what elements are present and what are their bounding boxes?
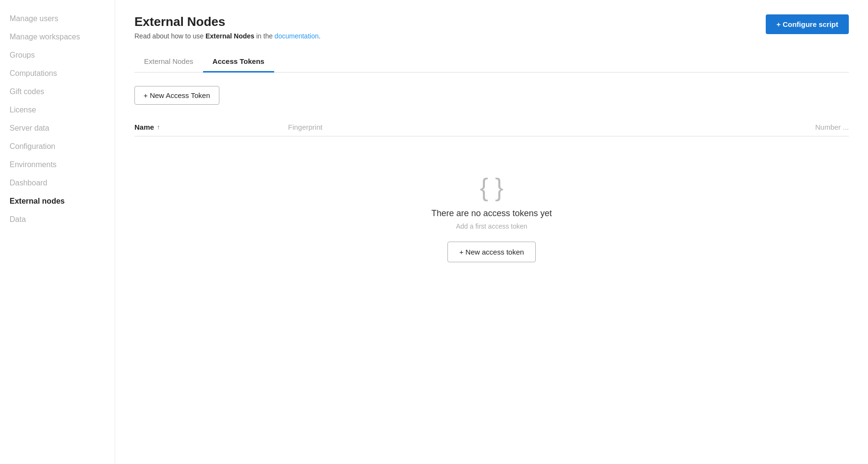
tab-external-nodes[interactable]: External Nodes [134, 51, 203, 73]
subtitle-middle: in the [254, 32, 275, 40]
sidebar-item-environments[interactable]: Environments [0, 156, 115, 174]
sidebar-item-external-nodes[interactable]: External nodes [0, 192, 115, 210]
column-name-label: Name [134, 123, 154, 131]
documentation-link[interactable]: documentation [275, 32, 319, 40]
empty-state-title: There are no access tokens yet [431, 208, 552, 219]
sidebar-item-server-data[interactable]: Server data [0, 119, 115, 137]
sidebar-item-gift-codes[interactable]: Gift codes [0, 83, 115, 101]
sidebar-item-manage-users[interactable]: Manage users [0, 10, 115, 28]
sidebar-item-computations[interactable]: Computations [0, 64, 115, 83]
page-header: External Nodes Read about how to use Ext… [134, 14, 321, 40]
empty-state-icon: { } [480, 175, 503, 200]
empty-state-subtitle: Add a first access token [456, 222, 528, 230]
sidebar-item-manage-workspaces[interactable]: Manage workspaces [0, 28, 115, 46]
tab-access-tokens[interactable]: Access Tokens [203, 51, 274, 73]
subtitle-bold: External Nodes [205, 32, 254, 40]
column-fingerprint: Fingerprint [288, 123, 753, 131]
configure-script-button[interactable]: + Configure script [766, 14, 849, 34]
sidebar-item-groups[interactable]: Groups [0, 46, 115, 64]
column-number-label: Number ... [815, 123, 849, 131]
column-number: Number ... [753, 123, 849, 131]
sidebar-item-configuration[interactable]: Configuration [0, 137, 115, 156]
table-header: Name ↑ Fingerprint Number ... [134, 118, 849, 136]
main-content: External Nodes Read about how to use Ext… [115, 0, 868, 464]
page-title: External Nodes [134, 14, 321, 29]
sort-arrow-icon: ↑ [157, 123, 160, 131]
tabs-container: External NodesAccess Tokens [134, 51, 849, 73]
column-fingerprint-label: Fingerprint [288, 123, 323, 131]
header-row: External Nodes Read about how to use Ext… [134, 14, 849, 40]
subtitle-suffix: . [319, 32, 321, 40]
column-name: Name ↑ [134, 123, 288, 131]
subtitle-prefix: Read about how to use [134, 32, 205, 40]
new-access-token-center-button[interactable]: + New access token [447, 242, 536, 262]
empty-state: { } There are no access tokens yet Add a… [134, 136, 849, 281]
sidebar-item-dashboard[interactable]: Dashboard [0, 174, 115, 192]
sidebar-item-data[interactable]: Data [0, 210, 115, 229]
new-access-token-button[interactable]: + New Access Token [134, 86, 219, 105]
subtitle: Read about how to use External Nodes in … [134, 32, 321, 40]
sidebar-item-license[interactable]: License [0, 101, 115, 119]
sidebar: Manage usersManage workspacesGroupsCompu… [0, 0, 115, 464]
